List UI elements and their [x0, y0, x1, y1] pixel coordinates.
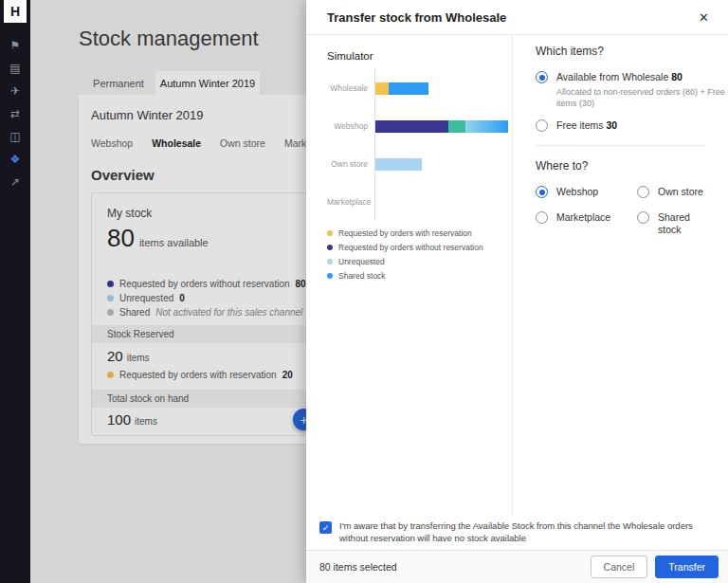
option-value: 30: [607, 119, 618, 131]
sidebar-item-reports[interactable]: ↗: [0, 171, 30, 193]
trend-icon: ↗: [10, 175, 20, 189]
option-available-from-wholesale[interactable]: Available from Wholesale 80: [536, 71, 705, 83]
transfer-modal: Transfer stock from Wholesale ✕ Simulato…: [306, 0, 728, 583]
chart-category-label: Own store: [327, 159, 374, 169]
cancel-button[interactable]: Cancel: [591, 556, 648, 578]
sidebar-item-shipping[interactable]: ✈: [0, 80, 30, 102]
sidebar-item-analytics[interactable]: ▤: [0, 57, 30, 80]
radio-icon[interactable]: [536, 71, 548, 83]
option-shared-stock[interactable]: Shared stock: [637, 211, 705, 236]
where-to-heading: Where to?: [536, 159, 705, 173]
legend-item: Shared stock: [327, 271, 512, 281]
divider: [536, 145, 705, 146]
legend-item: Requested by orders without reservation: [327, 243, 512, 252]
modal-header: Transfer stock from Wholesale ✕: [306, 0, 728, 35]
check-icon: ✓: [322, 523, 330, 533]
legend-dot-icon: [327, 245, 333, 250]
confirmation-row: ✓ I'm aware that by transferring the Ava…: [319, 517, 719, 550]
modal-body: Simulator WholesaleWebshopOwn storeMarke…: [306, 35, 728, 517]
chart-row: Wholesale: [327, 69, 500, 107]
option-note: Allocated to non-reserved orders (80) + …: [556, 86, 728, 109]
chart-segment: [375, 82, 389, 95]
option-label: Free items: [556, 119, 604, 131]
chart-row: Webshop: [327, 107, 500, 145]
modal-footer: 80 items selected Cancel Transfer: [306, 550, 728, 583]
chart-bar-area: [374, 107, 508, 145]
confirmation-checkbox[interactable]: ✓: [319, 521, 332, 534]
selection-count: 80 items selected: [319, 561, 397, 573]
option-label: Own store: [658, 186, 703, 198]
chart-bar-area: [374, 145, 500, 183]
chart-category-label: Wholesale: [327, 83, 374, 93]
app-logo: H: [4, 0, 27, 23]
legend-label: Requested by orders with reservation: [338, 228, 472, 238]
legend-label: Shared stock: [338, 271, 386, 281]
modal-title: Transfer stock from Wholesale: [327, 10, 506, 25]
legend-item: Requested by orders with reservation: [327, 228, 512, 238]
sidebar-item-inventory[interactable]: ◫: [0, 125, 30, 148]
chart-bar-area: [374, 183, 500, 221]
chart-row: Own store: [327, 145, 500, 183]
sidebar: H ⚑ ▤ ✈ ⇄ ◫ ❖ ↗: [0, 0, 30, 583]
legend-dot-icon: [327, 230, 333, 236]
where-to-options: Webshop Own store Marketplace Shared sto…: [536, 186, 705, 236]
radio-icon[interactable]: [536, 211, 548, 224]
bar-chart-icon: ▤: [9, 62, 20, 75]
option-label: Marketplace: [556, 211, 610, 224]
chart-segment: [465, 120, 509, 133]
simulator-section: Simulator WholesaleWebshopOwn storeMarke…: [306, 35, 513, 517]
legend-dot-icon: [327, 273, 333, 279]
sidebar-item-orders[interactable]: ⚑: [0, 34, 30, 57]
option-webshop[interactable]: Webshop: [536, 186, 637, 198]
chart-category-label: Webshop: [327, 121, 374, 131]
option-value: 80: [671, 71, 682, 82]
chart-segment: [375, 120, 448, 133]
footer-buttons: Cancel Transfer: [591, 556, 719, 578]
chart-row: Marketplace: [327, 183, 500, 221]
chart-segment: [389, 82, 428, 95]
radio-icon[interactable]: [536, 186, 548, 198]
integrations-icon: ❖: [10, 153, 21, 166]
close-icon[interactable]: ✕: [693, 7, 715, 28]
radio-icon[interactable]: [637, 211, 649, 224]
chart-category-label: Marketplace: [327, 197, 374, 207]
options-section: Which items? Available from Wholesale 80…: [536, 35, 705, 236]
sidebar-item-transfers[interactable]: ⇄: [0, 102, 30, 125]
legend-label: Requested by orders without reservation: [338, 243, 483, 252]
option-label: Available from Wholesale: [556, 71, 668, 82]
transfer-arrows-icon: ⇄: [10, 107, 20, 120]
flag-icon: ⚑: [10, 39, 21, 52]
confirmation-text: I'm aware that by transferring the Avail…: [339, 520, 719, 545]
radio-icon[interactable]: [536, 119, 548, 132]
shipping-icon: ✈: [10, 84, 20, 98]
which-items-heading: Which items?: [536, 45, 705, 58]
simulator-chart: WholesaleWebshopOwn storeMarketplace: [327, 69, 500, 221]
simulator-heading: Simulator: [327, 50, 512, 62]
option-label: Shared stock: [658, 211, 705, 236]
simulator-legend: Requested by orders with reservationRequ…: [327, 228, 512, 281]
chart-segment: [375, 158, 422, 171]
option-marketplace[interactable]: Marketplace: [536, 211, 637, 236]
app-root: H ⚑ ▤ ✈ ⇄ ◫ ❖ ↗ Stock management Permane…: [0, 0, 728, 583]
chart-segment: [448, 120, 465, 133]
transfer-button[interactable]: Transfer: [655, 556, 719, 578]
option-free-items[interactable]: Free items 30: [536, 119, 705, 132]
radio-icon[interactable]: [637, 186, 649, 198]
legend-dot-icon: [327, 259, 333, 264]
legend-item: Unrequested: [327, 257, 512, 266]
option-label: Webshop: [556, 186, 598, 198]
option-own-store[interactable]: Own store: [637, 186, 705, 198]
inventory-box-icon: ◫: [9, 130, 20, 143]
sidebar-item-integrations[interactable]: ❖: [0, 148, 30, 171]
legend-label: Unrequested: [338, 257, 385, 266]
chart-bar-area: [374, 69, 500, 107]
